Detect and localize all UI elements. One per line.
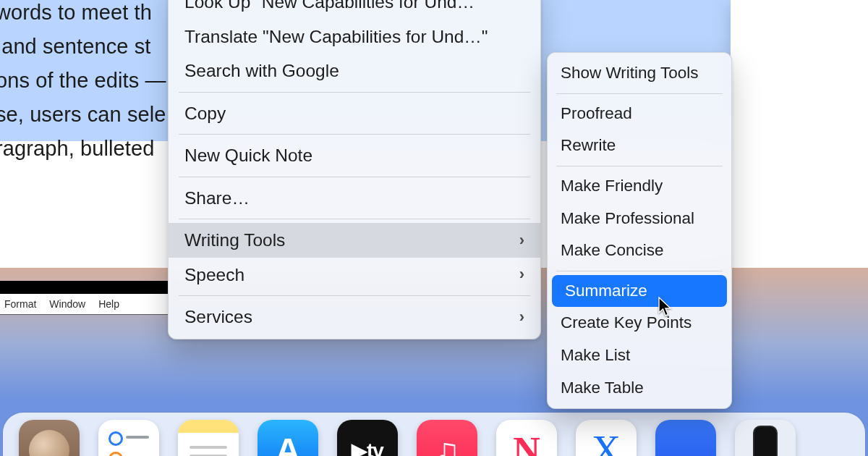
menu-item-search-google[interactable]: Search with Google: [169, 54, 540, 88]
background-window-menubar: Format Window Help: [0, 293, 170, 315]
menu-item-label: Writing Tools: [184, 227, 285, 253]
dock-app-music[interactable]: [417, 420, 477, 456]
submenu-item-make-friendly[interactable]: Make Friendly: [548, 170, 731, 203]
menubar-item-window[interactable]: Window: [49, 298, 85, 310]
submenu-item-make-list[interactable]: Make List: [548, 339, 731, 372]
menu-item-copy[interactable]: Copy: [169, 96, 540, 131]
dock-app-tv[interactable]: [337, 420, 398, 456]
menu-item-label: Make Professional: [561, 207, 694, 231]
doc-line: ons of the edits —: [0, 64, 166, 98]
doc-line: and sentence st: [0, 30, 166, 64]
submenu-item-rewrite[interactable]: Rewrite: [548, 130, 731, 162]
dock-app-unknown-blue[interactable]: [655, 420, 716, 456]
menu-item-label: Translate "New Capabilities for Und…": [184, 24, 488, 50]
menu-item-writing-tools[interactable]: Writing Tools ›: [169, 223, 540, 258]
menu-item-label: Look Up "New Capabilities for Und…": [184, 0, 481, 15]
menu-separator: [179, 177, 530, 177]
menu-item-label: Show Writing Tools: [561, 62, 699, 85]
background-window-titlebar: [0, 281, 170, 293]
submenu-item-create-key-points[interactable]: Create Key Points: [548, 307, 731, 339]
dock-app-xcode[interactable]: [576, 420, 637, 456]
menu-item-label: Share…: [184, 185, 250, 211]
menu-item-share[interactable]: Share…: [169, 181, 540, 216]
dock-app-news[interactable]: [496, 420, 557, 456]
submenu-item-summarize[interactable]: Summarize: [552, 275, 727, 308]
dock-app-iphone-mirroring[interactable]: [735, 420, 796, 456]
context-menu: Look Up "New Capabilities for Und…" Tran…: [168, 0, 541, 339]
menu-item-label: Rewrite: [561, 134, 616, 158]
submenu-item-make-professional[interactable]: Make Professional: [548, 203, 731, 235]
menu-item-label: Services: [184, 304, 252, 330]
chevron-right-icon: ›: [519, 263, 524, 286]
menu-separator: [179, 92, 530, 93]
dock-app-contacts[interactable]: [19, 420, 80, 456]
menu-item-label: Create Key Points: [561, 311, 692, 335]
submenu-item-make-table[interactable]: Make Table: [548, 372, 731, 405]
submenu-item-proofread[interactable]: Proofread: [548, 98, 731, 130]
dock-app-notes[interactable]: [178, 420, 239, 456]
menu-item-label: Make Table: [561, 376, 644, 400]
menu-item-speech[interactable]: Speech ›: [169, 258, 540, 292]
menu-item-label: Proofread: [561, 102, 632, 126]
dock-app-reminders[interactable]: [98, 420, 159, 456]
menu-separator: [556, 271, 723, 271]
menu-item-new-quick-note[interactable]: New Quick Note: [169, 138, 540, 173]
menu-separator: [556, 93, 723, 94]
menubar-item-help[interactable]: Help: [98, 298, 119, 310]
menu-separator: [556, 166, 723, 166]
menu-item-label: Speech: [184, 262, 244, 288]
menu-item-lookup[interactable]: Look Up "New Capabilities for Und…": [169, 0, 540, 20]
menu-separator: [179, 295, 530, 296]
submenu-item-show-writing-tools[interactable]: Show Writing Tools: [548, 57, 731, 90]
menu-item-services[interactable]: Services ›: [169, 300, 540, 334]
menu-item-label: Search with Google: [184, 58, 339, 84]
menu-item-label: Make Concise: [561, 239, 664, 263]
menu-item-label: New Quick Note: [184, 143, 312, 169]
document-text: words to meet th and sentence st ons of …: [0, 0, 166, 166]
menu-separator: [179, 134, 530, 135]
menu-separator: [179, 219, 530, 219]
chevron-right-icon: ›: [519, 229, 524, 252]
menu-item-label: Make List: [561, 344, 630, 368]
menubar-item-format[interactable]: Format: [4, 298, 36, 310]
doc-line: se, users can sele: [0, 98, 166, 132]
menu-item-label: Copy: [184, 101, 226, 127]
menu-item-label: Make Friendly: [561, 174, 663, 198]
doc-line: ragraph, bulleted: [0, 132, 166, 166]
dock-app-appstore[interactable]: [258, 420, 318, 456]
chevron-right-icon: ›: [519, 305, 524, 329]
menu-item-translate[interactable]: Translate "New Capabilities for Und…": [169, 20, 540, 54]
writing-tools-submenu: Show Writing Tools Proofread Rewrite Mak…: [547, 52, 732, 409]
menu-item-label: Summarize: [565, 279, 647, 303]
doc-line: words to meet th: [0, 0, 166, 30]
submenu-item-make-concise[interactable]: Make Concise: [548, 235, 731, 267]
dock: [3, 413, 865, 456]
